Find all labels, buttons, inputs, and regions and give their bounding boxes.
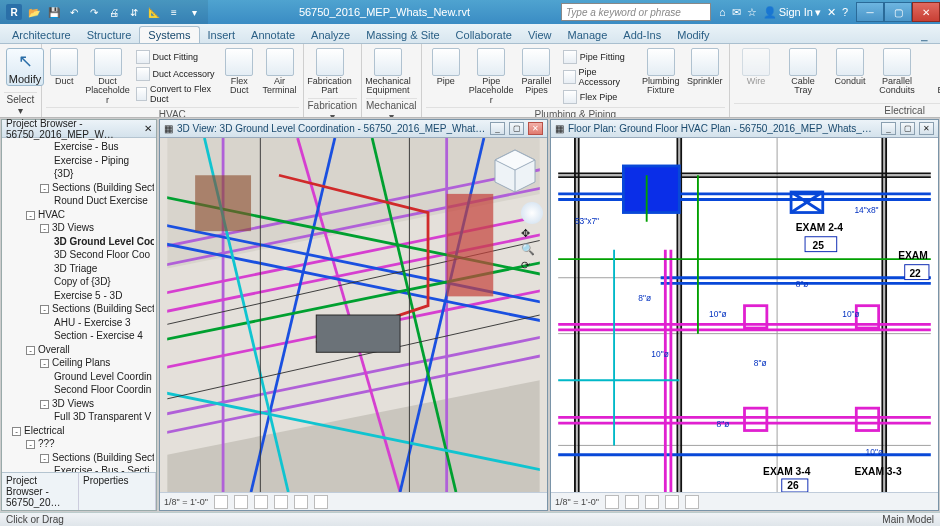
view-minimize-button[interactable]: _ — [490, 122, 505, 135]
vc-visual-style-icon[interactable] — [625, 495, 639, 509]
tab-systems[interactable]: Systems — [139, 26, 199, 43]
pipe-placeholder-button[interactable]: Pipe Placeholder — [469, 46, 513, 107]
nav-zoom-icon[interactable]: 🔍 — [521, 243, 543, 256]
pipe-fitting-button[interactable]: Pipe Fitting — [560, 49, 637, 65]
flex-pipe-button[interactable]: Flex Pipe — [560, 89, 637, 105]
tree-node[interactable]: Copy of {3D} — [4, 275, 154, 289]
qat-print-icon[interactable]: 🖨 — [106, 4, 122, 20]
duct-fitting-button[interactable]: Duct Fitting — [133, 49, 218, 65]
duct-accessory-button[interactable]: Duct Accessory — [133, 66, 218, 82]
mechanical-equipment-button[interactable]: Mechanical Equipment — [366, 46, 410, 98]
select-panel-label[interactable]: Select ▾ — [4, 92, 37, 117]
status-main-model[interactable]: Main Model — [882, 514, 934, 525]
sprinkler-button[interactable]: Sprinkler — [685, 46, 726, 107]
canvas-2d[interactable]: EXAM 2-4 25 EXAM 22 EXAM 3-4 26 EXAM 3-3… — [551, 138, 938, 492]
comm-icon[interactable]: ✉ — [732, 6, 741, 19]
vc-detail-icon[interactable] — [605, 495, 619, 509]
tree-node[interactable]: -3D Views — [4, 397, 154, 411]
canvas-3d[interactable]: ✥ 🔍 ⟳ — [160, 138, 547, 492]
tree-node[interactable]: -HVAC — [4, 208, 154, 222]
minimize-button[interactable]: ─ — [856, 2, 884, 22]
fabrication-part-button[interactable]: Fabrication Part — [308, 46, 352, 98]
tree-node[interactable]: AHU - Exercise 3 — [4, 316, 154, 330]
tree-node[interactable]: Exercise - Bus - Secti — [4, 464, 154, 472]
subscription-icon[interactable]: ⌂ — [719, 6, 726, 18]
tree-node[interactable]: 3D Second Floor Coo — [4, 248, 154, 262]
tree-node[interactable]: Second Floor Coordin — [4, 383, 154, 397]
qat-dropdown-icon[interactable]: ▾ — [186, 4, 202, 20]
browser-tab-project[interactable]: Project Browser - 56750_20… — [2, 473, 79, 510]
parallel-pipes-button[interactable]: Parallel Pipes — [516, 46, 557, 107]
tree-node[interactable]: -3D Views — [4, 221, 154, 235]
nav-wheel-icon[interactable] — [521, 202, 543, 224]
project-browser-header[interactable]: Project Browser - 56750_2016_MEP_W…✕ — [2, 120, 156, 138]
pipe-button[interactable]: Pipe — [426, 46, 467, 107]
tab-modify[interactable]: Modify — [669, 27, 717, 43]
vc-crop-icon[interactable] — [645, 495, 659, 509]
plumbing-fixture-button[interactable]: Plumbing Fixture — [640, 46, 682, 107]
vc-crop-icon[interactable] — [294, 495, 308, 509]
duct-button[interactable]: Duct — [46, 46, 83, 107]
exchange-icon[interactable]: ✕ — [827, 6, 836, 19]
view-scale[interactable]: 1/8" = 1'-0" — [555, 497, 599, 507]
qat-measure-icon[interactable]: 📐 — [146, 4, 162, 20]
tree-node[interactable]: {3D} — [4, 167, 154, 181]
tab-structure[interactable]: Structure — [79, 27, 140, 43]
vc-visual-style-icon[interactable] — [234, 495, 248, 509]
qat-sync-icon[interactable]: ⇵ — [126, 4, 142, 20]
nav-pan-icon[interactable]: ✥ — [521, 227, 543, 240]
qat-save-icon[interactable]: 💾 — [46, 4, 62, 20]
tree-node[interactable]: 3D Ground Level Coo — [4, 235, 154, 249]
qat-undo-icon[interactable]: ↶ — [66, 4, 82, 20]
qat-open-icon[interactable]: 📂 — [26, 4, 42, 20]
view-minimize-button[interactable]: _ — [881, 122, 896, 135]
pipe-accessory-button[interactable]: Pipe Accessory — [560, 66, 637, 88]
vc-reveal-icon[interactable] — [685, 495, 699, 509]
nav-orbit-icon[interactable]: ⟳ — [521, 259, 543, 272]
favorite-icon[interactable]: ☆ — [747, 6, 757, 19]
tree-node[interactable]: Exercise - Bus — [4, 140, 154, 154]
modify-tool-button[interactable]: ↖Modify — [6, 48, 44, 86]
tab-collaborate[interactable]: Collaborate — [448, 27, 520, 43]
wire-button[interactable]: Wire — [734, 46, 778, 103]
vc-sunpath-icon[interactable] — [254, 495, 268, 509]
sign-in-button[interactable]: 👤 Sign In ▾ — [763, 6, 821, 19]
tree-node[interactable]: -Sections (Building Sectio — [4, 451, 154, 465]
tree-node[interactable]: -Sections (Building Sectio — [4, 181, 154, 195]
tree-node[interactable]: Exercise 5 - 3D — [4, 289, 154, 303]
tree-node[interactable]: -Ceiling Plans — [4, 356, 154, 370]
air-terminal-button[interactable]: Air Terminal — [261, 46, 299, 107]
qat-more-icon[interactable]: ≡ — [166, 4, 182, 20]
project-browser-tree[interactable]: Exercise - BusExercise - Piping{3D}-Sect… — [2, 138, 156, 472]
qat-redo-icon[interactable]: ↷ — [86, 4, 102, 20]
tab-insert[interactable]: Insert — [200, 27, 244, 43]
flex-duct-button[interactable]: Flex Duct — [221, 46, 258, 107]
tree-node[interactable]: Round Duct Exercise — [4, 194, 154, 208]
tree-node[interactable]: -Electrical — [4, 424, 154, 438]
panel-close-icon[interactable]: ✕ — [144, 123, 152, 134]
view-maximize-button[interactable]: ▢ — [900, 122, 915, 135]
ribbon-collapse-button[interactable]: ⎯ — [913, 27, 936, 43]
tab-annotate[interactable]: Annotate — [243, 27, 303, 43]
view-close-button[interactable]: ✕ — [528, 122, 543, 135]
tree-node[interactable]: Exercise - Piping — [4, 154, 154, 168]
vc-hide-icon[interactable] — [314, 495, 328, 509]
tab-massing[interactable]: Massing & Site — [358, 27, 447, 43]
maximize-button[interactable]: ▢ — [884, 2, 912, 22]
close-button[interactable]: ✕ — [912, 2, 940, 22]
tab-manage[interactable]: Manage — [560, 27, 616, 43]
tree-node[interactable]: -??? — [4, 437, 154, 451]
app-menu-button[interactable]: R — [6, 4, 22, 20]
conduit-button[interactable]: Conduit — [828, 46, 872, 103]
tree-node[interactable]: Full 3D Transparent V — [4, 410, 154, 424]
help-icon[interactable]: ? — [842, 6, 848, 18]
tab-addins[interactable]: Add-Ins — [615, 27, 669, 43]
search-input[interactable]: Type a keyword or phrase — [561, 3, 711, 21]
tab-architecture[interactable]: Architecture — [4, 27, 79, 43]
tree-node[interactable]: -Sections (Building Sectio — [4, 302, 154, 316]
view-scale[interactable]: 1/8" = 1'-0" — [164, 497, 208, 507]
tab-view[interactable]: View — [520, 27, 560, 43]
tree-node[interactable]: -Overall — [4, 343, 154, 357]
tree-node[interactable]: Ground Level Coordin — [4, 370, 154, 384]
parallel-conduits-button[interactable]: Parallel Conduits — [875, 46, 919, 103]
